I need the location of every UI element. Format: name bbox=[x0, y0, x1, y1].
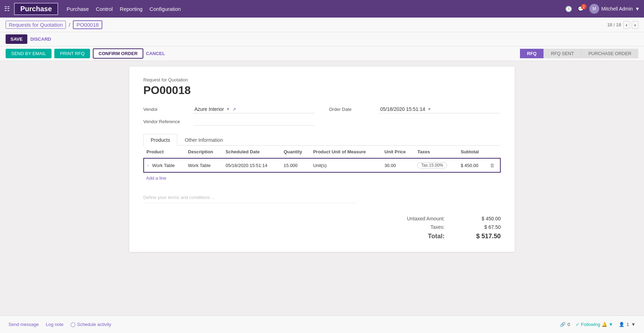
chevron-down-icon: ▼ bbox=[635, 6, 640, 12]
vendor-dropdown-icon: ▼ bbox=[226, 107, 230, 112]
total-label: Total: bbox=[389, 233, 445, 240]
app-title: Purchase bbox=[14, 3, 58, 15]
tax-badge[interactable]: Tax 15.00% bbox=[417, 162, 447, 168]
taxes-row: Taxes: $ 67.50 bbox=[389, 223, 501, 231]
col-actions bbox=[487, 146, 500, 158]
table-header-row: Product Description Scheduled Date Quant… bbox=[144, 146, 500, 158]
taxes-label: Taxes: bbox=[389, 224, 445, 230]
discard-button[interactable]: DISCARD bbox=[30, 36, 51, 42]
col-description: Description bbox=[185, 146, 223, 158]
terms-placeholder: Define your terms and conditions ... bbox=[143, 195, 215, 200]
print-rfq-button[interactable]: PRINT RFQ bbox=[54, 49, 90, 58]
col-unit-price: Unit Price bbox=[382, 146, 415, 158]
nav-links: Purchase Control Reporting Configuration bbox=[67, 5, 565, 13]
workflow-step-rfq[interactable]: RFQ bbox=[520, 49, 543, 58]
vendor-field-row: Vendor Azure Interior ▼ ↗ bbox=[143, 105, 315, 113]
chat-count: 2 bbox=[581, 4, 587, 9]
cell-subtotal: $ 450.00 bbox=[458, 158, 487, 172]
tab-products[interactable]: Products bbox=[143, 134, 177, 146]
avatar: M bbox=[589, 4, 599, 14]
nav-right: 🕓 💬 2 M Mitchell Admin ▼ bbox=[565, 4, 640, 14]
workflow-step-rfq-sent[interactable]: RFQ SENT bbox=[543, 49, 581, 58]
drag-handle-icon[interactable]: + bbox=[147, 163, 150, 168]
order-date-field-row: Order Date 05/18/2020 15:51:14 ▼ bbox=[329, 105, 501, 113]
form-tabs: Products Other Information bbox=[143, 134, 501, 146]
grand-total-row: Total: $ 517.50 bbox=[389, 231, 501, 241]
vendor-value: Azure Interior ▼ ↗ bbox=[193, 105, 315, 113]
nav-reporting[interactable]: Reporting bbox=[120, 5, 143, 13]
cell-unit-price: 30.00 bbox=[382, 158, 415, 172]
vendor-external-link-icon[interactable]: ↗ bbox=[232, 107, 236, 112]
cancel-button[interactable]: CANCEL bbox=[146, 51, 165, 56]
col-product: Product bbox=[144, 146, 185, 158]
taxes-value: $ 67.50 bbox=[466, 224, 501, 230]
clock-icon[interactable]: 🕓 bbox=[565, 6, 572, 12]
record-nav: 18 / 18 ‹ › bbox=[607, 21, 638, 29]
untaxed-amount-row: Untaxed Amount: $ 450.00 bbox=[389, 214, 501, 223]
cell-delete: 🗑 bbox=[487, 158, 500, 172]
totals-section: Untaxed Amount: $ 450.00 Taxes: $ 67.50 … bbox=[143, 214, 501, 241]
breadcrumb-bar: Requests for Quotation / PO00018 18 / 18… bbox=[0, 18, 644, 32]
nav-configuration[interactable]: Configuration bbox=[150, 5, 181, 13]
untaxed-label: Untaxed Amount: bbox=[389, 216, 445, 221]
order-date-text: 05/18/2020 15:51:14 bbox=[380, 106, 425, 112]
send-by-email-button[interactable]: SEND BY EMAIL bbox=[6, 49, 52, 58]
confirm-order-button[interactable]: CONFIRM ORDER bbox=[93, 48, 143, 59]
terms-conditions-input[interactable]: Define your terms and conditions ... bbox=[143, 192, 358, 203]
breadcrumb-current: PO00018 bbox=[73, 20, 102, 29]
cell-description: Work Table bbox=[185, 158, 223, 172]
col-scheduled-date: Scheduled Date bbox=[223, 146, 281, 158]
user-menu[interactable]: M Mitchell Admin ▼ bbox=[589, 4, 640, 14]
main-content: Request for Quotation PO00018 Vendor Azu… bbox=[0, 61, 644, 296]
workflow-step-purchase-order[interactable]: PURCHASE ORDER bbox=[581, 49, 638, 58]
vendor-label: Vendor bbox=[143, 107, 189, 112]
cell-quantity: 15.000 bbox=[281, 158, 310, 172]
col-uom: Product Unit of Measure bbox=[310, 146, 382, 158]
delete-row-icon[interactable]: 🗑 bbox=[490, 162, 495, 168]
cell-uom: Unit(s) bbox=[310, 158, 382, 172]
chat-badge[interactable]: 💬 2 bbox=[578, 6, 584, 12]
prev-record-button[interactable]: ‹ bbox=[623, 21, 630, 29]
form-subtitle: Request for Quotation bbox=[143, 77, 501, 82]
order-date-dropdown-icon: ▼ bbox=[427, 107, 431, 112]
workflow-steps: RFQ RFQ SENT PURCHASE ORDER bbox=[520, 49, 638, 58]
products-table: Product Description Scheduled Date Quant… bbox=[143, 146, 501, 173]
save-button[interactable]: SAVE bbox=[6, 34, 27, 44]
top-nav: ☷ Purchase Purchase Control Reporting Co… bbox=[0, 0, 644, 18]
form-card: Request for Quotation PO00018 Vendor Azu… bbox=[129, 67, 515, 252]
table-row[interactable]: + Work Table Work Table 05/18/2020 15:51… bbox=[144, 158, 500, 172]
breadcrumb-rfq-link[interactable]: Requests for Quotation bbox=[6, 21, 66, 29]
col-subtotal: Subtotal bbox=[458, 146, 487, 158]
action-buttons: SEND BY EMAIL PRINT RFQ CONFIRM ORDER CA… bbox=[6, 48, 165, 59]
record-position: 18 / 18 bbox=[607, 22, 621, 27]
order-date-value[interactable]: 05/18/2020 15:51:14 ▼ bbox=[379, 105, 501, 113]
add-line-link[interactable]: Add a line bbox=[143, 173, 169, 184]
next-record-button[interactable]: › bbox=[632, 21, 638, 29]
col-quantity: Quantity bbox=[281, 146, 310, 158]
vendor-ref-input[interactable] bbox=[193, 118, 315, 126]
vendor-ref-field-row: Vendor Reference bbox=[143, 118, 315, 126]
cell-scheduled-date: 05/18/2020 15:51:14 bbox=[223, 158, 281, 172]
breadcrumb: Requests for Quotation / PO00018 bbox=[6, 20, 102, 29]
vendor-ref-text-input[interactable] bbox=[194, 119, 314, 124]
user-name: Mitchell Admin bbox=[601, 6, 633, 12]
cell-taxes: Tax 15.00% bbox=[415, 158, 458, 172]
cell-drag-product: + Work Table bbox=[144, 158, 185, 172]
vendor-text: Azure Interior bbox=[194, 106, 224, 112]
cell-product: Work Table bbox=[152, 163, 175, 168]
nav-control[interactable]: Control bbox=[96, 5, 112, 13]
form-po-number: PO00018 bbox=[143, 84, 501, 97]
tab-other-information[interactable]: Other Information bbox=[177, 134, 230, 146]
breadcrumb-separator: / bbox=[69, 22, 70, 28]
totals-table: Untaxed Amount: $ 450.00 Taxes: $ 67.50 … bbox=[389, 214, 501, 241]
order-date-label: Order Date bbox=[329, 107, 375, 112]
action-bar: SAVE DISCARD bbox=[0, 32, 644, 46]
untaxed-value: $ 450.00 bbox=[466, 216, 501, 221]
col-taxes: Taxes bbox=[415, 146, 458, 158]
grid-icon[interactable]: ☷ bbox=[4, 5, 10, 13]
nav-purchase[interactable]: Purchase bbox=[67, 5, 89, 13]
form-fields: Vendor Azure Interior ▼ ↗ Order Date 05/… bbox=[143, 105, 501, 126]
status-bar: SEND BY EMAIL PRINT RFQ CONFIRM ORDER CA… bbox=[0, 46, 644, 61]
total-value: $ 517.50 bbox=[466, 233, 501, 240]
vendor-ref-label: Vendor Reference bbox=[143, 119, 189, 124]
